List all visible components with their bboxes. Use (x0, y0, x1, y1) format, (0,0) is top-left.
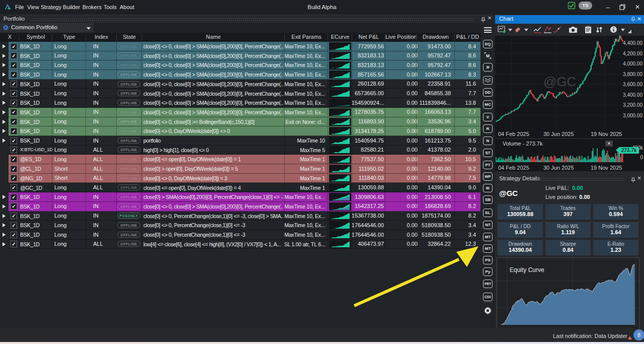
svg-text:M: M (486, 53, 490, 58)
svg-text:@GC: @GC (543, 74, 576, 89)
